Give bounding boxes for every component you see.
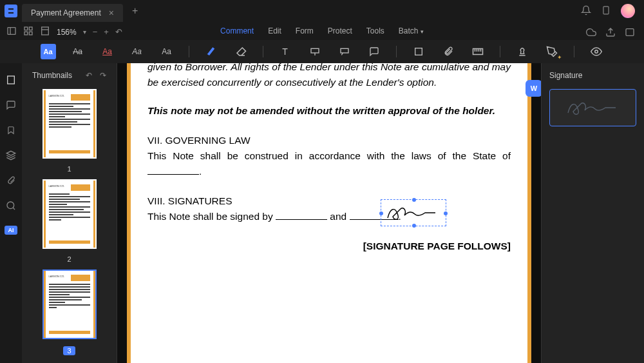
menu-batch[interactable]: Batch ▾ <box>399 26 424 35</box>
svg-rect-10 <box>626 29 634 36</box>
document-viewport[interactable]: W given to Borrower. All rights of the L… <box>117 63 541 363</box>
svg-rect-8 <box>42 27 49 35</box>
note-icon[interactable] <box>366 44 382 59</box>
bell-icon[interactable] <box>581 5 591 17</box>
doc-law-body: This Note shall be construed in accordan… <box>147 148 511 179</box>
attach-rail-icon[interactable] <box>6 175 15 188</box>
svg-line-23 <box>13 208 15 210</box>
zoom-level[interactable]: 156% <box>57 28 77 37</box>
zoom-out-button[interactable]: − <box>93 27 98 37</box>
menu-edit[interactable]: Edit <box>268 26 281 35</box>
rotate-right-icon[interactable]: ↷ <box>100 71 106 80</box>
menu-protect[interactable]: Protect <box>328 26 352 35</box>
svg-rect-5 <box>29 27 32 30</box>
document-tab[interactable]: Payment Agreement × <box>22 4 123 22</box>
doc-sig-follow: [SIGNATURE PAGE FOLLOWS] <box>147 239 511 254</box>
eye-icon[interactable] <box>589 44 604 59</box>
thumbnails-panel: Thumbnails ↶ ↷ LARSON CO. 1 LARSON CO. 2… <box>22 63 117 363</box>
thumb-label-2: 2 <box>67 255 71 263</box>
doc-sig-body: This Note shall be signed by and . <box>147 209 511 224</box>
eraser-icon[interactable] <box>233 44 249 59</box>
thumbnail-page-3[interactable]: LARSON CO. <box>43 270 97 339</box>
textbox-icon[interactable] <box>337 44 352 59</box>
comments-rail-icon[interactable] <box>6 100 16 112</box>
new-tab-button[interactable]: + <box>123 5 147 17</box>
svg-point-20 <box>594 50 598 54</box>
layers-rail-icon[interactable] <box>6 150 16 162</box>
svg-rect-13 <box>341 48 348 53</box>
marker-icon[interactable] <box>204 44 219 59</box>
left-siderail: AI <box>0 63 22 363</box>
page-view-icon[interactable] <box>40 26 50 38</box>
ai-rail-icon[interactable]: AI <box>5 226 17 235</box>
svg-rect-0 <box>603 6 609 14</box>
strikethrough-tool[interactable]: Aa <box>70 44 86 59</box>
squiggly-tool[interactable]: Aa <box>129 44 145 59</box>
comment-toolbar: Aa Aa Aa Aa Aa T ✦ <box>0 40 644 63</box>
undo-icon[interactable]: ↶ <box>115 27 122 37</box>
doc-sig-title: VIII. SIGNATURES <box>147 193 511 209</box>
signature-panel: Signature <box>541 63 644 363</box>
highlight-tool[interactable]: Aa <box>41 44 56 59</box>
svg-rect-6 <box>24 32 28 35</box>
svg-rect-14 <box>415 48 422 55</box>
svg-point-22 <box>7 202 14 209</box>
document-page[interactable]: given to Borrower. All rights of the Len… <box>127 63 531 363</box>
stamp-icon[interactable] <box>515 44 530 59</box>
view-controls: 156% ▾ − + ↶ <box>6 26 122 38</box>
rotate-left-icon[interactable]: ↶ <box>86 71 92 80</box>
close-tab-icon[interactable]: × <box>109 8 114 18</box>
attach-icon[interactable] <box>440 44 456 59</box>
svg-rect-21 <box>8 76 15 84</box>
avatar[interactable] <box>621 4 635 18</box>
word-export-button[interactable]: W <box>526 80 541 97</box>
text-box-icon[interactable]: T <box>278 44 293 59</box>
svg-rect-4 <box>24 27 28 30</box>
device-icon[interactable] <box>601 5 611 18</box>
thumb-label-1: 1 <box>67 165 71 173</box>
shape-icon[interactable] <box>411 44 426 59</box>
svg-rect-11 <box>311 48 319 53</box>
search-rail-icon[interactable] <box>6 201 16 213</box>
menu-comment[interactable]: Comment <box>220 26 254 35</box>
svg-rect-7 <box>29 32 32 35</box>
saved-signature[interactable] <box>549 89 636 126</box>
signature-graphic[interactable] <box>385 204 440 223</box>
thumbnail-page-1[interactable]: LARSON CO. <box>43 89 97 159</box>
callout-icon[interactable] <box>307 44 323 59</box>
cloud-icon[interactable] <box>586 27 596 39</box>
underline-tool[interactable]: Aa <box>100 44 115 59</box>
titlebar: Payment Agreement × + <box>0 0 644 22</box>
export-icon[interactable] <box>605 27 616 39</box>
doc-paragraph-top: given to Borrower. All rights of the Len… <box>147 63 511 90</box>
doc-law-title: VII. GOVERNING LAW <box>147 133 511 148</box>
sign-icon[interactable]: ✦ <box>544 44 560 59</box>
menu-form[interactable]: Form <box>296 26 314 35</box>
measure-icon[interactable] <box>470 44 486 59</box>
caret-tool[interactable]: Aa <box>159 44 175 59</box>
grid-view-icon[interactable] <box>23 26 33 38</box>
signature-panel-title: Signature <box>549 71 636 80</box>
bookmark-rail-icon[interactable] <box>6 125 15 137</box>
doc-amend-line: This note may not be amended without the… <box>147 103 511 119</box>
thumbnails-rail-icon[interactable] <box>6 75 16 87</box>
svg-rect-2 <box>8 28 15 35</box>
menu-tools[interactable]: Tools <box>366 26 384 35</box>
panel-toggle-icon[interactable] <box>6 26 17 38</box>
app-icon[interactable] <box>0 5 22 17</box>
thumb-label-3: 3 <box>63 346 75 355</box>
tab-title: Payment Agreement <box>31 8 101 17</box>
export-controls <box>586 27 635 39</box>
chevron-down-icon[interactable]: ▾ <box>83 28 86 35</box>
thumbnails-title: Thumbnails <box>32 71 72 80</box>
thumbnail-page-2[interactable]: LARSON CO. <box>43 179 97 249</box>
share-icon[interactable] <box>625 27 635 39</box>
zoom-in-button[interactable]: + <box>104 27 109 37</box>
